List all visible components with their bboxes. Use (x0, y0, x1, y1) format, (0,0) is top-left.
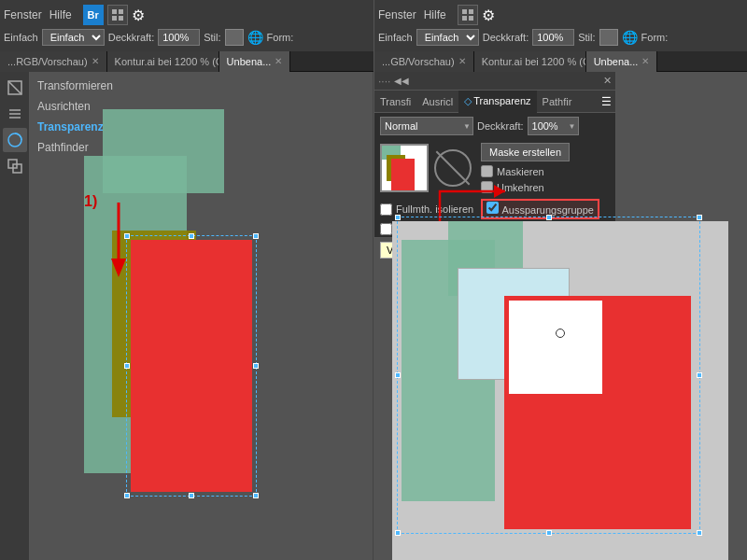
thumbnail-preview (380, 144, 429, 192)
tab-left-1[interactable]: ...RGB/Vorschau) ✕ (0, 51, 107, 72)
selection-handles-right (397, 217, 700, 534)
tool-pathfinder[interactable] (3, 154, 27, 178)
svg-rect-4 (462, 9, 467, 14)
panel-close[interactable]: ✕ (603, 75, 612, 87)
menu-hilfe-left[interactable]: Hilfe (49, 8, 72, 21)
globe-icon-right: 🌐 (622, 30, 638, 45)
menu-fenster-right[interactable]: Fenster (378, 8, 416, 21)
tab-left-3-label: Unbena... (227, 56, 272, 67)
tab-right-3[interactable]: Unbena... ✕ (586, 51, 658, 72)
style-box-right[interactable] (599, 29, 618, 46)
mode-select-right[interactable]: Einfach (416, 29, 479, 46)
blend-mode-select[interactable]: Normal (380, 117, 473, 135)
transparency-panel: ···· ◀◀ ✕ Transfi Ausricl ◇ Transparenz … (374, 72, 616, 238)
tab-right-3-label: Unbena... (594, 56, 639, 67)
fullmth-checkbox[interactable] (380, 203, 392, 216)
grid-icon-left[interactable] (107, 5, 128, 25)
mode-select-left[interactable]: Einfach (42, 29, 105, 46)
annotation-1: 1) (84, 193, 97, 210)
tab-right-1-close[interactable]: ✕ (458, 56, 466, 66)
tab-left-3[interactable]: Unbena... ✕ (219, 51, 291, 72)
toolbar-left: Fenster Hilfe Br ⚙ Einfach Einfach Deckk… (0, 0, 374, 51)
svg-rect-1 (119, 9, 123, 14)
arrow-down (109, 203, 128, 277)
panel-tab-transfi-label: Transfi (380, 96, 411, 107)
panel-tab-ausricl[interactable]: Ausricl (416, 91, 458, 113)
svg-rect-7 (469, 16, 473, 21)
tool-panel-left (0, 72, 30, 560)
blend-opacity-row: Normal Deckkraft: 100% (374, 113, 615, 139)
br-icon-left: Br (83, 5, 104, 25)
diamond-icon: ◇ (464, 95, 472, 107)
style-box-left[interactable] (225, 29, 244, 46)
tool-ausrichten[interactable] (3, 102, 27, 126)
panel-tab-transparenz[interactable]: ◇ Transparenz (458, 91, 536, 113)
opacity-label-right: Deckkraft: (483, 32, 529, 43)
svg-rect-0 (112, 9, 117, 14)
tab-left-2-label: Kontur.ai bei 1200 % (CMYK/Vorschau) (115, 56, 219, 67)
mode-label-left: Einfach (4, 32, 38, 43)
svg-rect-5 (469, 9, 473, 14)
canvas-right: ···· ◀◀ ✕ Transfi Ausricl ◇ Transparenz … (374, 72, 747, 560)
panel-tab-transparenz-label: Transparenz (473, 95, 530, 106)
tab-left-1-label: ...RGB/Vorschau) (7, 56, 88, 67)
globe-icon-left: 🌐 (247, 30, 263, 45)
svg-rect-6 (462, 16, 467, 21)
toolbar-right: Fenster Hilfe ⚙ Einfach Einfach Deckkraf… (374, 0, 747, 51)
panel-collapse-left[interactable]: ◀◀ (394, 76, 409, 86)
style-label-left: Stil: (204, 32, 220, 43)
panel-tab-ausricl-label: Ausricl (422, 96, 453, 107)
panel-tab-pathfir[interactable]: Pathfir (537, 91, 578, 113)
deckkraft-checkbox[interactable] (380, 223, 392, 235)
tool-transparenz[interactable] (3, 128, 27, 152)
tab-left-2[interactable]: Kontur.ai bei 1200 % (CMYK/Vorschau) ✕ (107, 51, 219, 72)
svg-marker-16 (111, 259, 126, 277)
menu-fenster-left[interactable]: Fenster (4, 8, 42, 21)
panel-header-dots: ···· (378, 75, 390, 88)
tabbar-left: ...RGB/Vorschau) ✕ Kontur.ai bei 1200 % … (0, 51, 374, 72)
main-content: Transformieren Ausrichten Transparenz Pa… (0, 72, 747, 560)
panel-tab-pathfir-label: Pathfir (543, 96, 572, 107)
mask-create-button[interactable]: Maske erstellen (481, 143, 570, 161)
opacity-input-right[interactable] (532, 29, 574, 46)
tool-transformieren[interactable] (3, 76, 27, 100)
mode-label-right: Einfach (378, 32, 413, 43)
art-area-right (392, 221, 738, 560)
grid-icon-right[interactable] (458, 5, 478, 25)
selection-handles-left (126, 235, 257, 497)
menu-hilfe-right[interactable]: Hilfe (424, 8, 446, 21)
spiral-icon-right: ⚙ (482, 7, 495, 24)
blend-mode-wrapper[interactable]: Normal (380, 117, 473, 135)
opacity-wrapper[interactable]: 100% (528, 117, 579, 135)
opacity-select[interactable]: 100% (528, 117, 579, 135)
opacity-label-left: Deckkraft: (108, 32, 155, 43)
svg-rect-2 (112, 16, 117, 21)
tabbar-right: ...GB/Vorschau) ✕ Kontur.ai bei 1200 % (… (374, 51, 747, 72)
tab-right-2-label: Kontur.ai bei 1200 % (CMYK/Vorschau) (482, 56, 586, 67)
cursor (556, 329, 565, 338)
svg-marker-17 (494, 185, 505, 198)
form-label-left: Form: (267, 32, 294, 43)
tab-right-1[interactable]: ...GB/Vorschau) ✕ (374, 51, 474, 72)
main-toolbar: Fenster Hilfe Br ⚙ Einfach Einfach Deckk… (0, 0, 747, 51)
panel-tabs: Transfi Ausricl ◇ Transparenz Pathfir ☰ (374, 91, 615, 113)
tab-right-3-close[interactable]: ✕ (641, 56, 649, 66)
art-area-left: 1) (159, 100, 345, 548)
tab-left-1-close[interactable]: ✕ (92, 56, 99, 66)
canvas-left: Transformieren Ausrichten Transparenz Pa… (0, 72, 374, 560)
tab-right-1-label: ...GB/Vorschau) (382, 56, 455, 67)
panel-menu-icon[interactable]: ☰ (598, 95, 615, 108)
style-label-right: Stil: (578, 32, 595, 43)
spiral-icon-left: ⚙ (132, 7, 145, 24)
panel-tab-transfi[interactable]: Transfi (374, 91, 416, 113)
panel-label-transformieren[interactable]: Transformieren (34, 72, 146, 96)
tab-bar: ...RGB/Vorschau) ✕ Kontur.ai bei 1200 % … (0, 51, 747, 72)
panel-header: ···· ◀◀ ✕ (374, 72, 615, 91)
svg-rect-3 (119, 16, 123, 21)
opacity-input-left[interactable] (158, 29, 200, 46)
tab-right-2[interactable]: Kontur.ai bei 1200 % (CMYK/Vorschau) ✕ (474, 51, 586, 72)
form-label-right: Form: (641, 32, 669, 43)
tab-left-3-close[interactable]: ✕ (275, 56, 282, 66)
opacity-label: Deckkraft: (477, 120, 524, 132)
